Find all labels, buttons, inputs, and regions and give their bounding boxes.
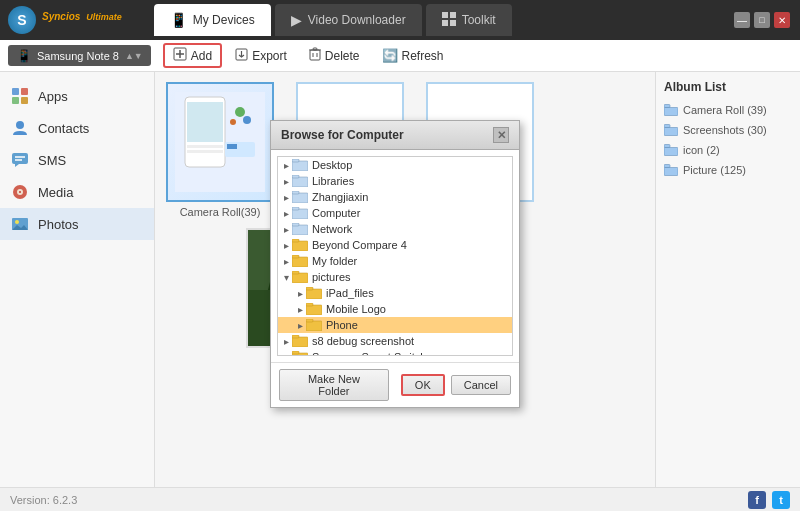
ok-button[interactable]: OK: [401, 374, 445, 396]
toolkit-icon: [442, 12, 456, 29]
tree-item-phone[interactable]: Phone: [278, 317, 512, 333]
svg-point-34: [235, 107, 245, 117]
refresh-icon: 🔄: [382, 48, 398, 63]
album-item-picture[interactable]: Picture (125): [664, 160, 792, 180]
svg-rect-2: [442, 20, 448, 26]
svg-rect-50: [664, 148, 678, 156]
tree-item-mobile-logo[interactable]: Mobile Logo: [278, 301, 512, 317]
tree-item-s8-debug[interactable]: s8 debug screenshot: [278, 333, 512, 349]
minimize-button[interactable]: —: [734, 12, 750, 28]
tree-item-computer[interactable]: Computer: [278, 205, 512, 221]
add-button[interactable]: Add: [163, 43, 222, 68]
device-selector[interactable]: 📱 Samsung Note 8 ▲▼: [8, 45, 151, 66]
device-icon: 📱: [16, 48, 32, 63]
photos-icon: [10, 214, 30, 234]
top-bar: S Syncios Ultimate 📱 My Devices ▶ Video …: [0, 0, 800, 40]
logo-text: Syncios Ultimate: [42, 11, 122, 29]
right-panel: Album List Camera Roll (39) Screenshots …: [655, 72, 800, 511]
add-icon: [173, 47, 187, 64]
svg-rect-75: [306, 319, 313, 322]
svg-rect-73: [306, 303, 313, 306]
media-icon: [10, 182, 30, 202]
svg-rect-59: [292, 191, 299, 194]
logo-icon: S: [8, 6, 36, 34]
social-icons: f t: [748, 491, 790, 509]
svg-rect-57: [292, 175, 299, 178]
export-icon: [235, 48, 248, 64]
svg-rect-16: [12, 97, 19, 104]
browse-dialog: Browse for Computer ✕ Desktop Libraries …: [270, 120, 520, 408]
file-tree[interactable]: Desktop Libraries Zhangjiaxin Computer N…: [277, 156, 513, 356]
twitter-button[interactable]: t: [772, 491, 790, 509]
svg-rect-74: [306, 321, 322, 331]
svg-rect-62: [292, 225, 308, 235]
tree-item-my-folder[interactable]: My folder: [278, 253, 512, 269]
svg-point-18: [16, 121, 24, 129]
album-item-icon[interactable]: icon (2): [664, 140, 792, 160]
sidebar-item-photos[interactable]: Photos: [0, 208, 154, 240]
sidebar: Apps Contacts SMS Media Photos: [0, 72, 155, 511]
dialog-close-button[interactable]: ✕: [493, 127, 509, 143]
refresh-button[interactable]: 🔄 Refresh: [373, 45, 453, 66]
svg-point-36: [230, 119, 236, 125]
svg-rect-63: [292, 223, 299, 226]
svg-rect-19: [12, 153, 28, 164]
tree-item-desktop[interactable]: Desktop: [278, 157, 512, 173]
sidebar-item-apps[interactable]: Apps: [0, 80, 154, 112]
tree-item-network[interactable]: Network: [278, 221, 512, 237]
svg-rect-58: [292, 193, 308, 203]
video-downloader-icon: ▶: [291, 12, 302, 28]
tree-item-zhangjiaxin[interactable]: Zhangjiaxin: [278, 189, 512, 205]
dialog-title-bar: Browse for Computer ✕: [271, 121, 519, 150]
tree-item-ipad-files[interactable]: iPad_files: [278, 285, 512, 301]
svg-rect-14: [12, 88, 19, 95]
sidebar-item-contacts[interactable]: Contacts: [0, 112, 154, 144]
tree-item-pictures[interactable]: pictures: [278, 269, 512, 285]
sidebar-item-media[interactable]: Media: [0, 176, 154, 208]
make-new-folder-button[interactable]: Make New Folder: [279, 369, 389, 401]
tab-video-downloader[interactable]: ▶ Video Downloader: [275, 4, 422, 36]
tab-my-devices[interactable]: 📱 My Devices: [154, 4, 271, 36]
tree-item-beyond-compare[interactable]: Beyond Compare 4: [278, 237, 512, 253]
svg-rect-46: [664, 108, 678, 116]
dialog-footer: Make New Folder OK Cancel: [271, 362, 519, 407]
apps-icon: [10, 86, 30, 106]
svg-rect-61: [292, 207, 299, 210]
svg-rect-76: [292, 337, 308, 347]
svg-rect-56: [292, 177, 308, 187]
album-item-screenshots[interactable]: Screenshots (30): [664, 120, 792, 140]
tree-item-libraries[interactable]: Libraries: [278, 173, 512, 189]
svg-point-35: [243, 116, 251, 124]
sidebar-item-sms[interactable]: SMS: [0, 144, 154, 176]
svg-rect-71: [306, 287, 313, 290]
logo: S Syncios Ultimate: [8, 6, 122, 34]
svg-rect-3: [450, 20, 456, 26]
contacts-icon: [10, 118, 30, 138]
svg-rect-72: [306, 305, 322, 315]
sms-icon: [10, 150, 30, 170]
svg-rect-52: [664, 168, 678, 176]
svg-point-27: [15, 220, 19, 224]
toolbar: 📱 Samsung Note 8 ▲▼ Add Export Delete 🔄 …: [0, 40, 800, 72]
cancel-button[interactable]: Cancel: [451, 375, 511, 395]
facebook-button[interactable]: f: [748, 491, 766, 509]
close-button[interactable]: ✕: [774, 12, 790, 28]
tab-toolkit[interactable]: Toolkit: [426, 4, 512, 36]
svg-rect-17: [21, 97, 28, 104]
delete-icon: [309, 47, 321, 64]
tree-item-samsung-smart[interactable]: Samsung Smart Switch: [278, 349, 512, 356]
svg-rect-49: [664, 125, 670, 128]
album-item-camera-roll[interactable]: Camera Roll (39): [664, 100, 792, 120]
thumb-camera-roll[interactable]: Camera Roll(39): [165, 82, 275, 218]
dialog-body: Desktop Libraries Zhangjiaxin Computer N…: [271, 156, 519, 356]
delete-button[interactable]: Delete: [300, 44, 369, 67]
svg-rect-77: [292, 335, 299, 338]
svg-rect-33: [187, 150, 223, 153]
maximize-button[interactable]: □: [754, 12, 770, 28]
my-devices-icon: 📱: [170, 12, 187, 28]
svg-rect-15: [21, 88, 28, 95]
svg-rect-53: [664, 165, 670, 168]
svg-rect-9: [310, 50, 320, 60]
svg-rect-0: [442, 12, 448, 18]
export-button[interactable]: Export: [226, 45, 296, 67]
